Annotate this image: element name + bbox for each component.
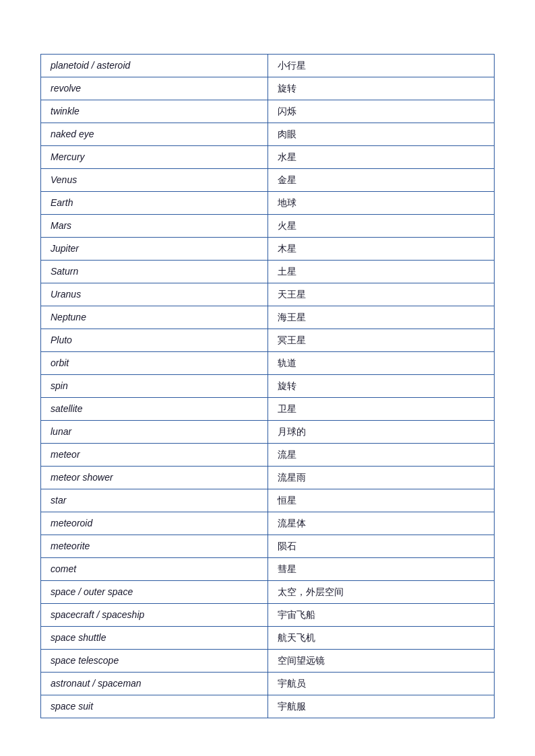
chinese-translation: 太空，外层空间 bbox=[268, 581, 495, 604]
english-term: space / outer space bbox=[41, 581, 268, 604]
english-term: planetoid / asteroid bbox=[41, 55, 268, 77]
chinese-translation: 冥王星 bbox=[268, 329, 495, 352]
table-row: space / outer space太空，外层空间 bbox=[41, 581, 495, 604]
vocabulary-table: planetoid / asteroid小行星revolve旋转twinkle闪… bbox=[40, 54, 495, 718]
english-term: meteorite bbox=[41, 535, 268, 558]
english-term: lunar bbox=[41, 421, 268, 444]
english-term: Earth bbox=[41, 192, 268, 215]
english-term: comet bbox=[41, 558, 268, 581]
chinese-translation: 恒星 bbox=[268, 489, 495, 512]
chinese-translation: 土星 bbox=[268, 261, 495, 283]
chinese-translation: 水星 bbox=[268, 146, 495, 169]
table-row: Pluto冥王星 bbox=[41, 329, 495, 352]
english-term: Pluto bbox=[41, 329, 268, 352]
table-row: Neptune海王星 bbox=[41, 306, 495, 329]
chinese-translation: 陨石 bbox=[268, 535, 495, 558]
english-term: orbit bbox=[41, 352, 268, 375]
vocabulary-list: planetoid / asteroid小行星revolve旋转twinkle闪… bbox=[40, 54, 495, 718]
chinese-translation: 卫星 bbox=[268, 398, 495, 421]
table-row: spacecraft / spaceship宇宙飞船 bbox=[41, 604, 495, 627]
english-term: astronaut / spaceman bbox=[41, 673, 268, 695]
chinese-translation: 彗星 bbox=[268, 558, 495, 581]
chinese-translation: 旋转 bbox=[268, 375, 495, 398]
chinese-translation: 轨道 bbox=[268, 352, 495, 375]
english-term: spin bbox=[41, 375, 268, 398]
english-term: meteoroid bbox=[41, 512, 268, 535]
table-row: meteor shower流星雨 bbox=[41, 467, 495, 489]
table-row: spin旋转 bbox=[41, 375, 495, 398]
english-term: meteor shower bbox=[41, 467, 268, 489]
table-row: space shuttle航天飞机 bbox=[41, 627, 495, 650]
chinese-translation: 金星 bbox=[268, 169, 495, 192]
english-term: Neptune bbox=[41, 306, 268, 329]
table-row: space telescope空间望远镜 bbox=[41, 650, 495, 673]
table-row: twinkle闪烁 bbox=[41, 100, 495, 123]
table-row: Jupiter木星 bbox=[41, 238, 495, 261]
english-term: spacecraft / spaceship bbox=[41, 604, 268, 627]
english-term: space shuttle bbox=[41, 627, 268, 650]
table-row: astronaut / spaceman宇航员 bbox=[41, 673, 495, 695]
table-row: orbit轨道 bbox=[41, 352, 495, 375]
chinese-translation: 宇航员 bbox=[268, 673, 495, 695]
table-row: Earth地球 bbox=[41, 192, 495, 215]
table-row: meteorite陨石 bbox=[41, 535, 495, 558]
english-term: Mercury bbox=[41, 146, 268, 169]
english-term: revolve bbox=[41, 77, 268, 100]
chinese-translation: 流星 bbox=[268, 444, 495, 467]
table-row: naked eye肉眼 bbox=[41, 123, 495, 146]
chinese-translation: 木星 bbox=[268, 238, 495, 261]
chinese-translation: 流星雨 bbox=[268, 467, 495, 489]
chinese-translation: 小行星 bbox=[268, 55, 495, 77]
chinese-translation: 地球 bbox=[268, 192, 495, 215]
table-row: satellite卫星 bbox=[41, 398, 495, 421]
chinese-translation: 海王星 bbox=[268, 306, 495, 329]
chinese-translation: 旋转 bbox=[268, 77, 495, 100]
table-row: Uranus天王星 bbox=[41, 283, 495, 306]
english-term: space telescope bbox=[41, 650, 268, 673]
chinese-translation: 宇宙飞船 bbox=[268, 604, 495, 627]
table-row: comet彗星 bbox=[41, 558, 495, 581]
table-row: Mars火星 bbox=[41, 215, 495, 238]
english-term: meteor bbox=[41, 444, 268, 467]
table-row: meteoroid流星体 bbox=[41, 512, 495, 535]
english-term: naked eye bbox=[41, 123, 268, 146]
english-term: Saturn bbox=[41, 261, 268, 283]
table-row: meteor流星 bbox=[41, 444, 495, 467]
chinese-translation: 航天飞机 bbox=[268, 627, 495, 650]
english-term: twinkle bbox=[41, 100, 268, 123]
chinese-translation: 天王星 bbox=[268, 283, 495, 306]
table-row: planetoid / asteroid小行星 bbox=[41, 55, 495, 77]
english-term: space suit bbox=[41, 695, 268, 718]
english-term: satellite bbox=[41, 398, 268, 421]
english-term: Mars bbox=[41, 215, 268, 238]
chinese-translation: 宇航服 bbox=[268, 695, 495, 718]
table-row: Venus金星 bbox=[41, 169, 495, 192]
table-row: revolve旋转 bbox=[41, 77, 495, 100]
chinese-translation: 火星 bbox=[268, 215, 495, 238]
table-row: space suit宇航服 bbox=[41, 695, 495, 718]
table-row: star恒星 bbox=[41, 489, 495, 512]
table-row: Saturn土星 bbox=[41, 261, 495, 283]
chinese-translation: 闪烁 bbox=[268, 100, 495, 123]
chinese-translation: 流星体 bbox=[268, 512, 495, 535]
chinese-translation: 月球的 bbox=[268, 421, 495, 444]
english-term: Jupiter bbox=[41, 238, 268, 261]
english-term: Uranus bbox=[41, 283, 268, 306]
table-row: Mercury水星 bbox=[41, 146, 495, 169]
english-term: star bbox=[41, 489, 268, 512]
chinese-translation: 肉眼 bbox=[268, 123, 495, 146]
chinese-translation: 空间望远镜 bbox=[268, 650, 495, 673]
english-term: Venus bbox=[41, 169, 268, 192]
table-row: lunar月球的 bbox=[41, 421, 495, 444]
